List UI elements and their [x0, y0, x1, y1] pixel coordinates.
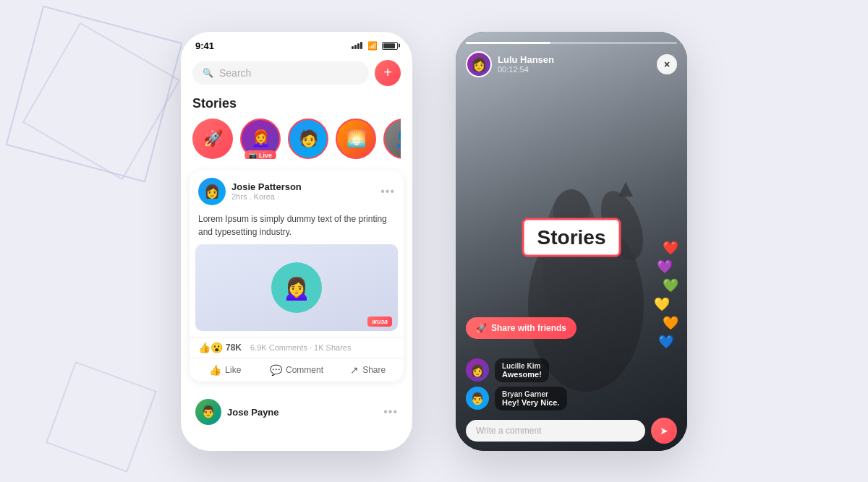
search-bar-container: 🔍 Search + — [181, 56, 412, 90]
post-image: 🙍‍♀️ жиза — [195, 244, 398, 331]
story-user-row: 👩 Lulu Hansen 00:12:54 × — [466, 51, 677, 77]
phone-right: 👩 Lulu Hansen 00:12:54 × Stories 🚀 Share… — [456, 32, 687, 451]
heart-green: 💚 — [663, 277, 678, 293]
story-item-4[interactable]: 👤 — [383, 119, 401, 159]
story-item-1[interactable]: 👩‍🦰 📷 Live — [240, 119, 281, 159]
share-label: Share — [362, 365, 386, 375]
story-viewer-avatar: 👩 — [466, 51, 492, 77]
live-text: Live — [259, 152, 272, 159]
comments-count: 6.9K Comments · 1K Shares — [250, 343, 395, 352]
phone-left: 9:41 📶 🔍 Search + — [181, 32, 412, 451]
comments-overlay: 👩 Lucille Kim Awesome! 👨 Bryan Garner He… — [456, 358, 687, 415]
comment-bubble-1: Lucille Kim Awesome! — [495, 358, 549, 382]
like-label: Like — [225, 365, 241, 375]
stories-row: 🚀 👩‍🦰 📷 Live 🧑 — [192, 119, 401, 159]
post-avatar: 👩 — [198, 178, 226, 205]
bg-decoration-1 — [6, 6, 183, 183]
comment-input-row: Write a comment ➤ — [466, 418, 677, 444]
rocket-icon: 🚀 — [203, 129, 223, 148]
post-info: Josie Patterson 2hrs . Korea — [231, 181, 380, 201]
share-button[interactable]: ↗ Share — [332, 364, 404, 376]
search-placeholder: Search — [219, 67, 251, 79]
comment-item-2: 👨 Bryan Garner Hey! Very Nice. — [466, 387, 677, 410]
teaser-emoji: 👨 — [195, 399, 221, 425]
reaction-icons: 👍 😮 — [198, 342, 223, 353]
post-card: 👩 Josie Patterson 2hrs . Korea ••• Lorem… — [190, 171, 404, 382]
post-teaser: 👨 Jose Payne ••• — [190, 393, 404, 431]
comment-placeholder: Write a comment — [476, 426, 541, 436]
heart-yellow: 💛 — [654, 296, 670, 312]
story-emoji-3: 🌅 — [337, 120, 375, 158]
жиза-badge: жиза — [367, 317, 392, 327]
post-meta: 2hrs . Korea — [231, 192, 380, 201]
post-text: Lorem Ipsum is simply dummy text of the … — [190, 210, 404, 244]
comment-input[interactable]: Write a comment — [466, 420, 645, 442]
plus-icon: + — [383, 64, 392, 81]
post-stats: 👍 😮 78K 6.9K Comments · 1K Shares — [190, 337, 404, 358]
search-bar[interactable]: 🔍 Search — [192, 61, 369, 85]
share-icon: ↗ — [350, 364, 359, 376]
hearts-container: ❤️ 💜 💚 💛 🧡 💙 — [654, 240, 678, 350]
teaser-more-button[interactable]: ••• — [383, 405, 398, 418]
add-story-button[interactable]: 🚀 — [192, 119, 233, 159]
heart-purple: 💜 — [657, 259, 673, 275]
heart-blue: 💙 — [658, 334, 674, 350]
post-emoji-avatar: 🙍‍♀️ — [271, 262, 322, 313]
story-emoji-2: 🧑 — [289, 120, 327, 158]
post-user-name: Josie Patterson — [231, 181, 380, 192]
rocket-share-icon: 🚀 — [476, 323, 487, 333]
comment-icon: 💬 — [270, 364, 282, 376]
bg-decoration-3 — [46, 361, 157, 473]
comment-avatar-2: 👨 — [466, 387, 489, 410]
svg-marker-4 — [618, 182, 633, 197]
post-image-inner: 🙍‍♀️ жиза — [195, 244, 398, 331]
wow-icon: 😮 — [210, 342, 223, 353]
post-avatar-icon: 👩 — [198, 178, 226, 205]
bg-decoration-2 — [22, 22, 181, 181]
post-actions: 👍 Like 💬 Comment ↗ Share — [190, 358, 404, 382]
share-friends-button[interactable]: 🚀 Share with friends — [466, 317, 576, 339]
teaser-info: Jose Payne — [227, 405, 383, 418]
status-bar: 9:41 📶 — [181, 32, 412, 56]
comment-bubble-2: Bryan Garner Hey! Very Nice. — [495, 387, 567, 410]
heart-red: ❤️ — [663, 240, 678, 256]
signal-icon — [352, 42, 362, 49]
comment-label: Comment — [286, 365, 323, 375]
thumbs-up-icon: 👍 — [198, 342, 210, 353]
post-header: 👩 Josie Patterson 2hrs . Korea ••• — [190, 171, 404, 210]
story-time: 00:12:54 — [498, 65, 651, 74]
post-more-button[interactable]: ••• — [380, 185, 395, 198]
progress-fill — [466, 42, 550, 44]
story-user-emoji: 👩 — [471, 56, 487, 72]
search-icon: 🔍 — [203, 68, 213, 78]
stories-section: Stories 🚀 👩‍🦰 📷 Live — [181, 90, 412, 165]
commenter-emoji-1: 👩 — [470, 363, 485, 377]
comment-avatar-1: 👩 — [466, 358, 489, 382]
like-icon: 👍 — [209, 364, 221, 376]
teaser-avatar: 👨 — [195, 399, 221, 425]
comment-item-1: 👩 Lucille Kim Awesome! — [466, 358, 677, 382]
story-header: 👩 Lulu Hansen 00:12:54 × — [456, 32, 687, 77]
add-button[interactable]: + — [375, 60, 401, 86]
comment-text-2: Hey! Very Nice. — [502, 398, 560, 407]
commenter-name-2: Bryan Garner — [502, 390, 560, 398]
stories-overlay-text: Stories — [537, 225, 606, 248]
story-close-button[interactable]: × — [657, 54, 677, 74]
heart-orange: 🧡 — [663, 315, 678, 331]
story-item-2[interactable]: 🧑 — [288, 119, 328, 159]
comment-button[interactable]: 💬 Comment — [261, 364, 333, 376]
progress-bar — [466, 42, 677, 44]
story-user-info: Lulu Hansen 00:12:54 — [498, 54, 651, 74]
story-item-3[interactable]: 🌅 — [336, 119, 376, 159]
live-camera-icon: 📷 — [249, 152, 257, 159]
send-button[interactable]: ➤ — [651, 418, 677, 444]
phone-left-screen: 9:41 📶 🔍 Search + — [181, 32, 412, 451]
like-button[interactable]: 👍 Like — [190, 364, 261, 376]
status-icons: 📶 — [352, 41, 398, 51]
reaction-count: 78K — [226, 343, 242, 353]
story-emoji-4: 👤 — [385, 120, 401, 158]
commenter-name-1: Lucille Kim — [502, 362, 542, 370]
stories-label-overlay: Stories — [522, 218, 621, 257]
comment-text-1: Awesome! — [502, 370, 542, 379]
share-friends-label: Share with friends — [491, 323, 566, 333]
